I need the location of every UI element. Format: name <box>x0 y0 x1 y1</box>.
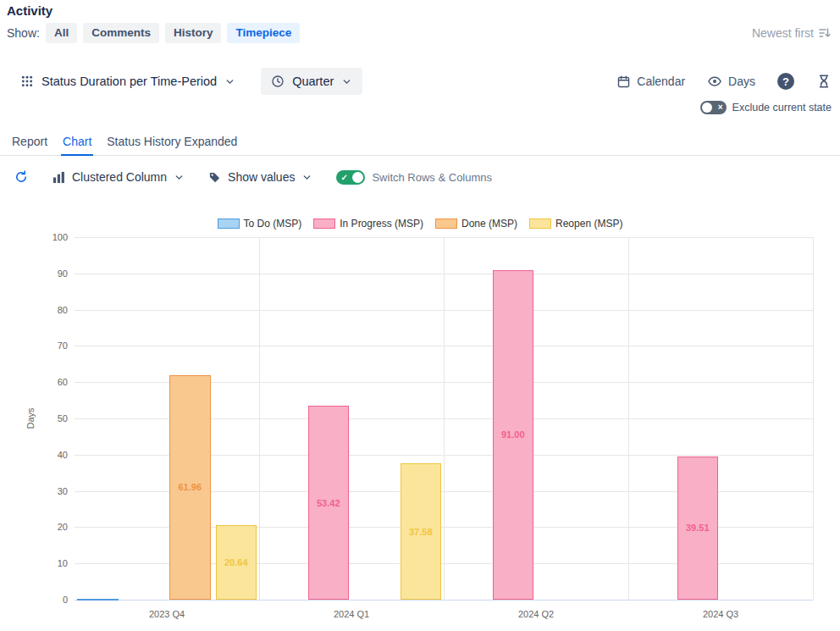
y-axis-label: 30 <box>32 486 68 496</box>
chart-plot-area: Days 01020304050607080901002023 Q42024 Q… <box>0 0 840 631</box>
x-axis-line <box>75 600 813 601</box>
x-axis-label: 2024 Q2 <box>444 609 628 619</box>
y-axis-label: 80 <box>32 305 68 315</box>
y-axis-label: 100 <box>32 232 68 242</box>
chart-bar[interactable] <box>77 599 119 601</box>
x-axis-label: 2024 Q1 <box>259 609 444 619</box>
bar-value-label: 39.51 <box>686 523 710 533</box>
y-axis-label: 0 <box>32 595 68 605</box>
y-axis-label: 50 <box>32 413 68 423</box>
y-axis-label: 40 <box>32 450 68 460</box>
bar-value-label: 61.96 <box>178 482 202 492</box>
gridline <box>628 237 629 600</box>
bar-value-label: 53.42 <box>317 498 340 508</box>
bar-value-label: 20.64 <box>224 557 248 567</box>
gridline <box>444 237 445 600</box>
bar-value-label: 91.00 <box>501 429 525 440</box>
y-axis-label: 20 <box>32 522 68 532</box>
x-axis-label: 2023 Q4 <box>75 609 259 619</box>
gridline <box>813 237 814 600</box>
y-axis-label: 10 <box>32 558 68 568</box>
y-axis-label: 60 <box>32 377 68 387</box>
gridline <box>259 237 260 600</box>
bar-value-label: 37.58 <box>409 527 433 537</box>
y-axis-label: 90 <box>32 268 68 279</box>
x-axis-label: 2024 Q3 <box>628 609 813 619</box>
y-axis-label: 70 <box>32 340 68 351</box>
